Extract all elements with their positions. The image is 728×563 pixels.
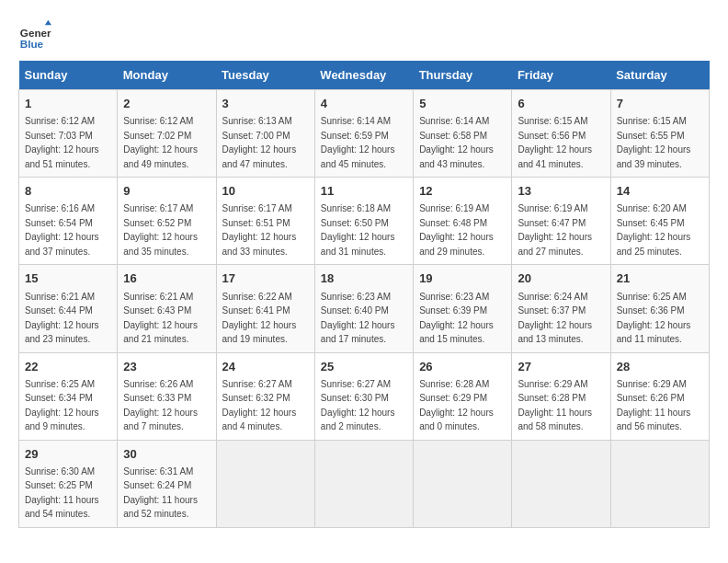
logo-icon: General Blue: [18, 18, 51, 52]
cell-content: Sunrise: 6:28 AMSunset: 6:29 PMDaylight:…: [419, 379, 494, 432]
day-number: 10: [222, 183, 309, 200]
table-row: 18 Sunrise: 6:23 AMSunset: 6:40 PMDaylig…: [314, 265, 413, 352]
table-row: 3 Sunrise: 6:13 AMSunset: 7:00 PMDayligh…: [216, 90, 314, 178]
calendar-row: 1 Sunrise: 6:12 AMSunset: 7:03 PMDayligh…: [19, 90, 710, 178]
cell-content: Sunrise: 6:15 AMSunset: 6:56 PMDaylight:…: [518, 116, 592, 169]
table-row: 26 Sunrise: 6:28 AMSunset: 6:29 PMDaylig…: [414, 352, 512, 440]
col-friday: Friday: [512, 61, 610, 90]
cell-content: Sunrise: 6:16 AMSunset: 6:54 PMDaylight:…: [25, 203, 99, 257]
col-saturday: Saturday: [610, 61, 709, 90]
cell-content: Sunrise: 6:19 AMSunset: 6:48 PMDaylight:…: [419, 203, 494, 257]
cell-content: Sunrise: 6:13 AMSunset: 7:00 PMDaylight:…: [222, 116, 297, 169]
day-number: 6: [518, 96, 604, 112]
cell-content: Sunrise: 6:26 AMSunset: 6:33 PMDaylight:…: [123, 379, 198, 432]
table-row: 19 Sunrise: 6:23 AMSunset: 6:39 PMDaylig…: [414, 265, 512, 352]
table-row: 14 Sunrise: 6:20 AMSunset: 6:45 PMDaylig…: [610, 178, 709, 265]
day-number: 5: [419, 96, 506, 112]
day-number: 8: [25, 183, 111, 200]
table-row: 17 Sunrise: 6:22 AMSunset: 6:41 PMDaylig…: [216, 265, 314, 352]
table-row: 27 Sunrise: 6:29 AMSunset: 6:28 PMDaylig…: [512, 352, 610, 440]
day-number: 27: [518, 359, 604, 375]
table-row: 30 Sunrise: 6:31 AMSunset: 6:24 PMDaylig…: [118, 440, 216, 527]
table-row: 2 Sunrise: 6:12 AMSunset: 7:02 PMDayligh…: [118, 90, 216, 178]
day-number: 4: [321, 96, 407, 112]
day-number: 7: [617, 96, 703, 112]
table-row: 29 Sunrise: 6:30 AMSunset: 6:25 PMDaylig…: [19, 440, 118, 527]
day-number: 14: [617, 183, 703, 200]
calendar-row: 29 Sunrise: 6:30 AMSunset: 6:25 PMDaylig…: [19, 440, 710, 527]
day-number: 18: [321, 270, 407, 287]
day-number: 22: [25, 359, 111, 375]
table-row: 15 Sunrise: 6:21 AMSunset: 6:44 PMDaylig…: [19, 265, 118, 352]
day-number: 1: [25, 96, 111, 112]
cell-content: Sunrise: 6:12 AMSunset: 7:02 PMDaylight:…: [123, 116, 198, 169]
table-row: 8 Sunrise: 6:16 AMSunset: 6:54 PMDayligh…: [19, 178, 118, 265]
cell-content: Sunrise: 6:17 AMSunset: 6:51 PMDaylight:…: [222, 203, 297, 257]
day-number: 17: [222, 270, 309, 287]
table-row: 16 Sunrise: 6:21 AMSunset: 6:43 PMDaylig…: [118, 265, 216, 352]
table-row: 12 Sunrise: 6:19 AMSunset: 6:48 PMDaylig…: [414, 178, 512, 265]
day-number: 9: [123, 183, 210, 200]
day-number: 19: [419, 270, 506, 287]
cell-content: Sunrise: 6:23 AMSunset: 6:40 PMDaylight:…: [321, 292, 395, 345]
table-row: 4 Sunrise: 6:14 AMSunset: 6:59 PMDayligh…: [314, 90, 413, 178]
table-row: 21 Sunrise: 6:25 AMSunset: 6:36 PMDaylig…: [610, 265, 709, 352]
table-row: 13 Sunrise: 6:19 AMSunset: 6:47 PMDaylig…: [512, 178, 610, 265]
day-number: 16: [123, 270, 210, 287]
table-row: 1 Sunrise: 6:12 AMSunset: 7:03 PMDayligh…: [19, 90, 118, 178]
cell-content: Sunrise: 6:19 AMSunset: 6:47 PMDaylight:…: [518, 203, 592, 257]
day-number: 30: [123, 446, 210, 463]
cell-content: Sunrise: 6:29 AMSunset: 6:26 PMDaylight:…: [617, 379, 691, 432]
calendar-row: 22 Sunrise: 6:25 AMSunset: 6:34 PMDaylig…: [19, 352, 710, 440]
col-thursday: Thursday: [414, 61, 512, 90]
cell-content: Sunrise: 6:24 AMSunset: 6:37 PMDaylight:…: [518, 292, 592, 345]
calendar-table: Sunday Monday Tuesday Wednesday Thursday…: [18, 61, 710, 528]
day-number: 2: [123, 96, 210, 112]
day-number: 13: [518, 183, 604, 200]
day-number: 3: [222, 96, 309, 112]
col-wednesday: Wednesday: [314, 61, 413, 90]
cell-content: Sunrise: 6:22 AMSunset: 6:41 PMDaylight:…: [222, 292, 297, 345]
day-number: 20: [518, 270, 604, 287]
svg-marker-2: [45, 20, 51, 25]
cell-content: Sunrise: 6:31 AMSunset: 6:24 PMDaylight:…: [123, 466, 198, 520]
col-tuesday: Tuesday: [216, 61, 314, 90]
day-number: 23: [123, 359, 210, 375]
table-row: 11 Sunrise: 6:18 AMSunset: 6:50 PMDaylig…: [314, 178, 413, 265]
table-row: 6 Sunrise: 6:15 AMSunset: 6:56 PMDayligh…: [512, 90, 610, 178]
calendar-row: 15 Sunrise: 6:21 AMSunset: 6:44 PMDaylig…: [19, 265, 710, 352]
calendar-row: 8 Sunrise: 6:16 AMSunset: 6:54 PMDayligh…: [19, 178, 710, 265]
table-row: 23 Sunrise: 6:26 AMSunset: 6:33 PMDaylig…: [118, 352, 216, 440]
table-row: 28 Sunrise: 6:29 AMSunset: 6:26 PMDaylig…: [610, 352, 709, 440]
table-row: [512, 440, 610, 527]
day-number: 21: [617, 270, 703, 287]
cell-content: Sunrise: 6:25 AMSunset: 6:34 PMDaylight:…: [25, 379, 99, 432]
logo: General Blue: [18, 18, 51, 52]
table-row: 9 Sunrise: 6:17 AMSunset: 6:52 PMDayligh…: [118, 178, 216, 265]
cell-content: Sunrise: 6:14 AMSunset: 6:58 PMDaylight:…: [419, 116, 494, 169]
table-row: 25 Sunrise: 6:27 AMSunset: 6:30 PMDaylig…: [314, 352, 413, 440]
table-row: [216, 440, 314, 527]
day-number: 24: [222, 359, 309, 375]
table-row: 24 Sunrise: 6:27 AMSunset: 6:32 PMDaylig…: [216, 352, 314, 440]
cell-content: Sunrise: 6:23 AMSunset: 6:39 PMDaylight:…: [419, 292, 494, 345]
day-number: 26: [419, 359, 506, 375]
day-number: 29: [25, 446, 111, 463]
svg-text:General: General: [20, 27, 51, 39]
cell-content: Sunrise: 6:25 AMSunset: 6:36 PMDaylight:…: [617, 292, 691, 345]
cell-content: Sunrise: 6:29 AMSunset: 6:28 PMDaylight:…: [518, 379, 592, 432]
cell-content: Sunrise: 6:14 AMSunset: 6:59 PMDaylight:…: [321, 116, 395, 169]
cell-content: Sunrise: 6:21 AMSunset: 6:44 PMDaylight:…: [25, 292, 99, 345]
day-number: 28: [617, 359, 703, 375]
cell-content: Sunrise: 6:30 AMSunset: 6:25 PMDaylight:…: [25, 466, 99, 520]
table-row: 20 Sunrise: 6:24 AMSunset: 6:37 PMDaylig…: [512, 265, 610, 352]
table-row: [314, 440, 413, 527]
cell-content: Sunrise: 6:15 AMSunset: 6:55 PMDaylight:…: [617, 116, 691, 169]
header-row: Sunday Monday Tuesday Wednesday Thursday…: [19, 61, 710, 90]
col-sunday: Sunday: [19, 61, 118, 90]
page-header: General Blue: [18, 18, 710, 52]
day-number: 11: [321, 183, 407, 200]
table-row: 7 Sunrise: 6:15 AMSunset: 6:55 PMDayligh…: [610, 90, 709, 178]
svg-text:Blue: Blue: [20, 38, 44, 50]
day-number: 12: [419, 183, 506, 200]
